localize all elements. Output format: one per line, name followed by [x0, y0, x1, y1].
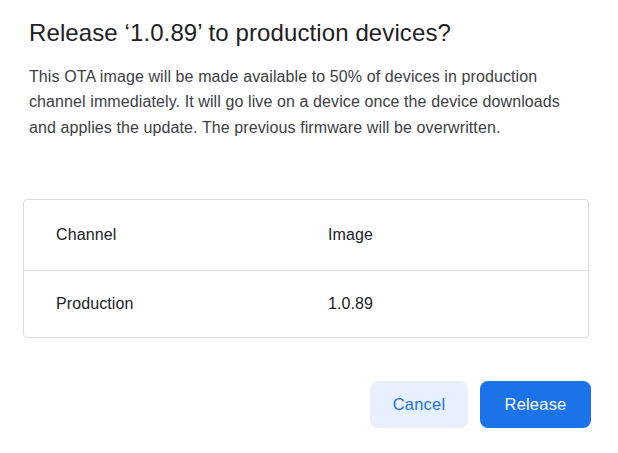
table-header-channel: Channel — [24, 226, 328, 244]
dialog-action-bar: Cancel Release — [370, 381, 591, 428]
table-header-image: Image — [328, 226, 588, 244]
dialog-title: Release ‘1.0.89’ to production devices? — [29, 17, 451, 49]
release-confirmation-dialog: Release ‘1.0.89’ to production devices? … — [0, 0, 618, 453]
table-row: Production 1.0.89 — [24, 271, 588, 337]
table-header-row: Channel Image — [24, 200, 588, 271]
cancel-button[interactable]: Cancel — [370, 381, 468, 428]
release-summary-table: Channel Image Production 1.0.89 — [23, 199, 589, 338]
dialog-description: This OTA image will be made available to… — [29, 64, 589, 140]
channel-value: Production — [24, 295, 328, 313]
release-button[interactable]: Release — [480, 381, 591, 428]
image-version-value: 1.0.89 — [328, 295, 588, 313]
